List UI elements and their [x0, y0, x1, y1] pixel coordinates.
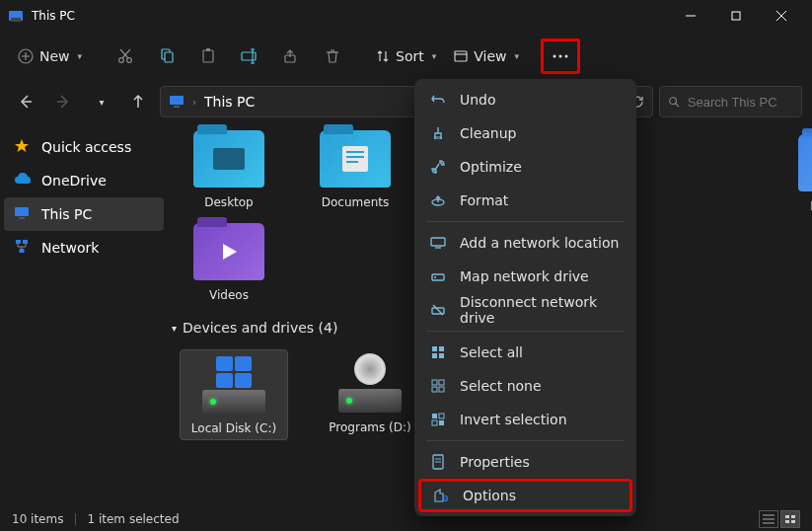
sidebar-item-label: Network: [41, 240, 99, 256]
menu-item-add-network-location[interactable]: Add a network location: [418, 226, 632, 260]
drive-icon: [194, 354, 273, 414]
search-box[interactable]: [659, 86, 802, 117]
menu-item-optimize[interactable]: Optimize: [418, 150, 632, 184]
section-title: Devices and drives (4): [183, 320, 337, 336]
folder-item[interactable]: Pictures: [779, 134, 812, 213]
svg-rect-66: [439, 414, 444, 418]
svg-rect-37: [16, 240, 21, 244]
chevron-down-icon: ▾: [78, 51, 83, 61]
folder-item[interactable]: Documents: [306, 130, 405, 209]
search-input[interactable]: [688, 95, 793, 110]
details-view-toggle[interactable]: [759, 510, 778, 528]
folder-label: Documents: [322, 195, 389, 209]
drive-item[interactable]: Programs (D:): [316, 349, 424, 440]
svg-rect-14: [165, 52, 173, 62]
back-button[interactable]: [10, 86, 41, 117]
sidebar-item-label: This PC: [41, 206, 92, 222]
recent-button[interactable]: ▾: [85, 86, 116, 117]
sidebar-item-label: Quick access: [41, 139, 131, 155]
drive-item[interactable]: Local Disk (C:): [180, 349, 288, 440]
menu-item-select-all[interactable]: Select all: [418, 336, 632, 369]
rename-button[interactable]: [230, 38, 269, 74]
svg-rect-63: [432, 387, 437, 392]
menu-item-properties[interactable]: Properties: [418, 445, 632, 479]
svg-rect-53: [432, 274, 444, 280]
svg-rect-41: [342, 146, 368, 172]
minimize-button[interactable]: [668, 0, 713, 32]
up-button[interactable]: [122, 86, 154, 117]
paste-button[interactable]: [188, 38, 228, 74]
sidebar-item-this-pc[interactable]: This PC: [4, 197, 164, 231]
breadcrumb-segment[interactable]: This PC: [204, 94, 255, 110]
cloud-icon: [14, 172, 32, 190]
menu-item-cleanup[interactable]: Cleanup: [418, 116, 632, 150]
cleanup-icon: [430, 125, 446, 141]
svg-rect-3: [732, 12, 740, 20]
monitor-icon: [14, 205, 32, 223]
menu-item-format[interactable]: Format: [418, 184, 632, 217]
svg-rect-38: [23, 240, 28, 244]
new-button[interactable]: New ▾: [10, 38, 90, 74]
svg-rect-1: [11, 18, 21, 22]
monitor-icon: [430, 235, 446, 251]
folder-icon: [798, 134, 812, 191]
optimize-icon: [430, 159, 446, 175]
chevron-down-icon: ▾: [515, 51, 520, 61]
svg-rect-65: [432, 414, 437, 418]
menu-label: Add a network location: [460, 235, 619, 251]
menu-label: Format: [460, 192, 508, 208]
status-items-count: 10 items: [12, 512, 63, 526]
sidebar-item-quick-access[interactable]: Quick access: [4, 130, 164, 164]
svg-point-10: [127, 58, 132, 63]
cut-button[interactable]: [106, 38, 145, 74]
menu-item-disconnect-network-drive[interactable]: Disconnect network drive: [418, 293, 632, 327]
more-button[interactable]: [541, 38, 580, 74]
view-label: View: [474, 48, 506, 64]
menu-separator: [426, 440, 625, 441]
sidebar-item-onedrive[interactable]: OneDrive: [4, 164, 164, 197]
monitor-icon: [169, 94, 185, 110]
svg-rect-57: [432, 346, 437, 351]
maximize-button[interactable]: [713, 0, 759, 32]
copy-button[interactable]: [147, 38, 186, 74]
sidebar-item-network[interactable]: Network: [4, 231, 164, 265]
menu-item-select-none[interactable]: Select none: [418, 369, 632, 403]
svg-rect-68: [439, 420, 444, 425]
icons-view-toggle[interactable]: [780, 510, 800, 528]
folder-label: Videos: [209, 288, 249, 302]
chevron-down-icon: ▾: [172, 323, 177, 334]
menu-label: Cleanup: [460, 125, 517, 141]
folder-icon: [193, 223, 264, 280]
menu-item-undo[interactable]: Undo: [418, 83, 632, 116]
svg-rect-77: [785, 515, 789, 518]
search-icon: [668, 95, 680, 109]
menu-item-invert-selection[interactable]: Invert selection: [418, 403, 632, 436]
menu-label: Properties: [460, 454, 530, 470]
sort-label: Sort: [396, 48, 424, 64]
svg-rect-78: [791, 515, 795, 518]
menu-label: Disconnect network drive: [460, 294, 621, 326]
menu-label: Optimize: [460, 159, 522, 175]
svg-rect-58: [439, 346, 444, 351]
svg-rect-55: [432, 308, 444, 314]
sort-button[interactable]: Sort ▾: [368, 38, 444, 74]
menu-item-map-network-drive[interactable]: Map network drive: [418, 260, 632, 293]
sidebar: Quick access OneDrive This PC Network: [0, 122, 168, 507]
menu-label: Undo: [460, 92, 496, 108]
status-selected-count: 1 item selected: [88, 512, 180, 526]
svg-rect-61: [432, 380, 437, 385]
svg-point-33: [670, 98, 677, 105]
select-all-icon: [430, 344, 446, 360]
svg-point-26: [554, 55, 556, 58]
folder-icon: [193, 130, 264, 188]
folder-item[interactable]: Videos: [180, 223, 278, 302]
forward-button[interactable]: [47, 86, 79, 117]
folder-item[interactable]: Desktop: [180, 130, 278, 209]
svg-point-28: [565, 55, 568, 58]
drive-icon: [331, 353, 409, 413]
view-button[interactable]: View ▾: [446, 38, 527, 74]
share-button[interactable]: [271, 38, 311, 74]
menu-item-options[interactable]: Options: [418, 479, 632, 512]
delete-button[interactable]: [313, 38, 352, 74]
close-button[interactable]: [759, 0, 804, 32]
